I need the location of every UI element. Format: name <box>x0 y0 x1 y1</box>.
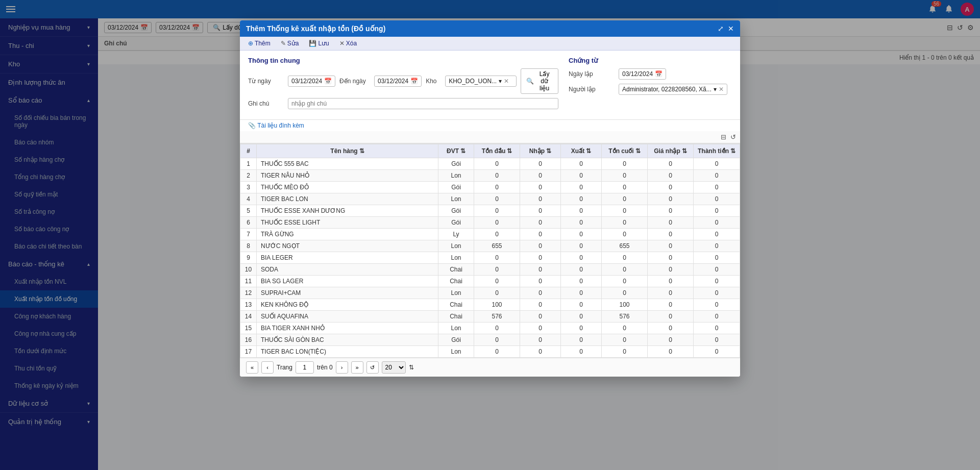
table-row[interactable]: 5 THUỐC ESSE XANH DƯƠNG Gói 0 0 0 0 0 0 <box>240 205 740 217</box>
table-row[interactable]: 4 TIGER BAC LON Lon 0 0 0 0 0 0 <box>240 193 740 205</box>
refresh-page-button[interactable]: ↺ <box>366 361 379 374</box>
table-row[interactable]: 7 TRÀ GỪNG Ly 0 0 0 0 0 0 <box>240 229 740 240</box>
row-thanh-tien: 0 <box>694 334 740 346</box>
row-gia-nhap: 0 <box>648 299 694 311</box>
table-row[interactable]: 8 NƯỚC NGỌT Lon 655 0 0 655 0 0 <box>240 240 740 252</box>
row-ton-cuoi: 0 <box>602 217 648 229</box>
row-name: THUỐC ESSE XANH DƯƠNG <box>257 205 438 217</box>
table-row[interactable]: 16 THUỐC SÀI GÒN BAC Gói 0 0 0 0 0 0 <box>240 334 740 346</box>
refresh-icon[interactable]: ↺ <box>730 133 736 141</box>
row-name: THUỐC MÈO ĐỎ <box>257 182 438 193</box>
table-row[interactable]: 14 SUỐI AQUAFINA Chai 576 0 0 576 0 0 <box>240 311 740 323</box>
row-nhap: 0 <box>520 299 561 311</box>
row-thanh-tien: 0 <box>694 264 740 276</box>
row-ton-cuoi: 0 <box>602 193 648 205</box>
row-gia-nhap: 0 <box>648 252 694 264</box>
next-page-button[interactable]: › <box>336 361 348 374</box>
row-name: THUỐC SÀI GÒN BAC <box>257 334 438 346</box>
row-dvt: Lon <box>438 240 474 252</box>
general-info-section: Thông tin chung Từ ngày 03/12/2024 📅 Đến… <box>248 57 558 113</box>
row-num: 11 <box>240 276 257 287</box>
row-name: TIGER BAC LON(TIỆC) <box>257 346 438 358</box>
col-ton-dau-header[interactable]: Tồn đầu⇅ <box>474 144 520 158</box>
row-ton-cuoi: 0 <box>602 252 648 264</box>
ghi-chu-input[interactable] <box>288 98 558 109</box>
chung-tu-title: Chứng từ <box>569 57 732 64</box>
from-date-input[interactable]: 03/12/2024 📅 <box>288 76 335 87</box>
row-num: 2 <box>240 170 257 182</box>
table-row[interactable]: 9 BIA LEGER Lon 0 0 0 0 0 0 <box>240 252 740 264</box>
table-row[interactable]: 12 SUPRAI+CAM Lon 0 0 0 0 0 0 <box>240 287 740 299</box>
sua-button[interactable]: ✎ Sửa <box>279 39 301 48</box>
row-name: TIGER NÂU NHỎ <box>257 170 438 182</box>
table-row[interactable]: 2 TIGER NÂU NHỎ Lon 0 0 0 0 0 0 <box>240 170 740 182</box>
first-page-button[interactable]: « <box>246 361 258 374</box>
col-ten-hang-header[interactable]: Tên hàng⇅ <box>257 144 438 158</box>
page-input[interactable] <box>296 361 314 374</box>
row-dvt: Lon <box>438 252 474 264</box>
col-thanh-tien-header[interactable]: Thành tiền⇅ <box>694 144 740 158</box>
col-ton-cuoi-header[interactable]: Tồn cuối⇅ <box>602 144 648 158</box>
xoa-button[interactable]: ✕ Xóa <box>337 39 359 48</box>
search-icon: 🔍 <box>526 78 534 85</box>
col-xuat-header[interactable]: Xuất⇅ <box>561 144 602 158</box>
row-num: 3 <box>240 182 257 193</box>
from-date-row: Từ ngày 03/12/2024 📅 Đến ngày 03/12/2024… <box>248 68 558 94</box>
row-num: 12 <box>240 287 257 299</box>
ngay-lap-input[interactable]: 03/12/2024 📅 <box>619 68 666 80</box>
nguoi-lap-input[interactable]: Administrator, 0228208560, Xã... ▾ ✕ <box>619 84 727 95</box>
modal-fetch-button[interactable]: 🔍 Lấy dữ liệu <box>521 68 558 94</box>
kho-input[interactable]: KHO_DO_UON... ▾ ✕ <box>445 76 517 87</box>
table-row[interactable]: 15 BIA TIGER XANH NHỎ Lon 0 0 0 0 0 0 <box>240 323 740 334</box>
row-gia-nhap: 0 <box>648 158 694 170</box>
maximize-button[interactable]: ⤢ <box>718 24 724 33</box>
filter-icon[interactable]: ⊟ <box>721 133 726 141</box>
row-dvt: Lon <box>438 323 474 334</box>
row-dvt: Lon <box>438 346 474 358</box>
nguoi-lap-clear-button[interactable]: ✕ <box>719 86 724 93</box>
row-ton-dau: 0 <box>474 346 520 358</box>
row-xuat: 0 <box>561 276 602 287</box>
luu-button[interactable]: 💾 Lưu <box>307 39 331 48</box>
row-thanh-tien: 0 <box>694 287 740 299</box>
table-row[interactable]: 6 THUỐC ESSE LIGHT Gói 0 0 0 0 0 0 <box>240 217 740 229</box>
chung-tu-section: Chứng từ Ngày lập 03/12/2024 📅 Người lập… <box>569 57 732 113</box>
row-num: 6 <box>240 217 257 229</box>
to-date-input[interactable]: 03/12/2024 📅 <box>374 76 422 87</box>
row-ton-dau: 0 <box>474 170 520 182</box>
col-gia-nhap-header[interactable]: Giá nhập⇅ <box>648 144 694 158</box>
row-ton-cuoi: 0 <box>602 276 648 287</box>
row-thanh-tien: 0 <box>694 158 740 170</box>
row-xuat: 0 <box>561 252 602 264</box>
table-row[interactable]: 17 TIGER BAC LON(TIỆC) Lon 0 0 0 0 0 0 <box>240 346 740 358</box>
attachment-icon: 📎 <box>248 122 256 129</box>
row-nhap: 0 <box>520 240 561 252</box>
row-gia-nhap: 0 <box>648 193 694 205</box>
page-size-select[interactable]: 20 50 100 <box>382 361 406 374</box>
calendar-icon: 📅 <box>655 70 663 78</box>
table-row[interactable]: 11 BIA SG LAGER Chai 0 0 0 0 0 0 <box>240 276 740 287</box>
row-xuat: 0 <box>561 193 602 205</box>
row-nhap: 0 <box>520 182 561 193</box>
sort-icon: ⇅ <box>546 147 551 155</box>
prev-page-button[interactable]: ‹ <box>261 361 274 374</box>
col-nhap-header[interactable]: Nhập⇅ <box>520 144 561 158</box>
row-ton-dau: 0 <box>474 229 520 240</box>
table-row[interactable]: 3 THUỐC MÈO ĐỎ Gói 0 0 0 0 0 0 <box>240 182 740 193</box>
row-gia-nhap: 0 <box>648 182 694 193</box>
kho-clear-button[interactable]: ✕ <box>504 78 509 85</box>
row-xuat: 0 <box>561 346 602 358</box>
table-row[interactable]: 1 THUỐC 555 BAC Gói 0 0 0 0 0 0 <box>240 158 740 170</box>
last-page-button[interactable]: » <box>351 361 363 374</box>
table-row[interactable]: 13 KEN KHÔNG ĐỘ Chai 100 0 0 100 0 0 <box>240 299 740 311</box>
row-dvt: Gói <box>438 205 474 217</box>
row-ton-cuoi: 0 <box>602 229 648 240</box>
table-row[interactable]: 10 SODA Chai 0 0 0 0 0 0 <box>240 264 740 276</box>
attachment-row[interactable]: 📎 Tài liệu đính kèm <box>240 119 740 131</box>
them-button[interactable]: ⊕ Thêm <box>246 39 273 48</box>
col-dvt-header[interactable]: ĐVT⇅ <box>438 144 474 158</box>
close-button[interactable]: ✕ <box>728 24 734 33</box>
row-num: 13 <box>240 299 257 311</box>
row-gia-nhap: 0 <box>648 240 694 252</box>
modal-header-buttons: ⤢ ✕ <box>718 24 734 33</box>
